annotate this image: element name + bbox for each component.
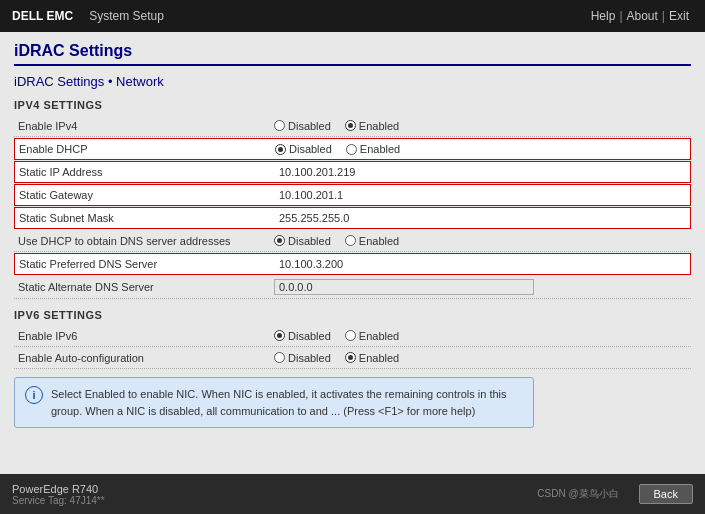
static-ip-row: Static IP Address: [14, 161, 691, 183]
exit-link[interactable]: Exit: [665, 9, 693, 23]
page-title: iDRAC Settings: [14, 42, 691, 66]
enable-ipv4-disabled[interactable]: Disabled: [274, 120, 331, 132]
topbar-left: DELL EMC System Setup: [12, 9, 164, 23]
auto-config-disabled[interactable]: Disabled: [274, 352, 331, 364]
enable-dhcp-enabled[interactable]: Enabled: [346, 143, 400, 155]
dhcp-dns-row: Use DHCP to obtain DNS server addresses …: [14, 230, 691, 252]
topbar-title: System Setup: [89, 9, 164, 23]
enable-ipv6-row: Enable IPv6 Disabled Enabled: [14, 325, 691, 347]
enable-ipv4-row: Enable IPv4 Disabled Enabled: [14, 115, 691, 137]
static-subnet-input[interactable]: [275, 211, 535, 225]
alternate-dns-input[interactable]: [274, 279, 534, 295]
brand-logo: DELL EMC: [12, 9, 73, 23]
auto-config-enabled[interactable]: Enabled: [345, 352, 399, 364]
section-subtitle: iDRAC Settings • Network: [14, 74, 691, 89]
preferred-dns-input[interactable]: [275, 257, 535, 271]
enable-dhcp-controls: Disabled Enabled: [275, 143, 535, 155]
enable-dhcp-row: Enable DHCP Disabled Enabled: [14, 138, 691, 160]
static-subnet-row: Static Subnet Mask: [14, 207, 691, 229]
about-link[interactable]: About: [623, 9, 662, 23]
help-link[interactable]: Help: [587, 9, 620, 23]
radio-circle-ipv6-enabled[interactable]: [345, 330, 356, 341]
dhcp-dns-label: Use DHCP to obtain DNS server addresses: [14, 235, 274, 247]
enable-ipv6-controls: Disabled Enabled: [274, 330, 534, 342]
enable-ipv6-enabled[interactable]: Enabled: [345, 330, 399, 342]
auto-config-label: Enable Auto-configuration: [14, 352, 274, 364]
info-box: i Select Enabled to enable NIC. When NIC…: [14, 377, 534, 428]
static-ip-label: Static IP Address: [15, 166, 275, 178]
enable-dhcp-disabled[interactable]: Disabled: [275, 143, 332, 155]
back-button[interactable]: Back: [639, 484, 693, 504]
static-gateway-label: Static Gateway: [15, 189, 275, 201]
dhcp-dns-disabled[interactable]: Disabled: [274, 235, 331, 247]
bottom-bar: PowerEdge R740 Service Tag: 47J14** CSDN…: [0, 474, 705, 514]
radio-circle-dhcpdns-disabled[interactable]: [274, 235, 285, 246]
enable-dhcp-label: Enable DHCP: [15, 143, 275, 155]
auto-config-controls: Disabled Enabled: [274, 352, 534, 364]
radio-circle[interactable]: [274, 120, 285, 131]
bottom-model: PowerEdge R740: [12, 483, 105, 495]
radio-circle-dhcp-disabled[interactable]: [275, 144, 286, 155]
preferred-dns-row: Static Preferred DNS Server: [14, 253, 691, 275]
static-subnet-label: Static Subnet Mask: [15, 212, 275, 224]
radio-circle-selected[interactable]: [345, 120, 356, 131]
static-gateway-input[interactable]: [275, 188, 535, 202]
bottom-detail: Service Tag: 47J14**: [12, 495, 105, 506]
info-icon: i: [25, 386, 43, 404]
main-content: iDRAC Settings iDRAC Settings • Network …: [0, 32, 705, 474]
info-text: Select Enabled to enable NIC. When NIC i…: [51, 386, 523, 419]
radio-circle-autoconfig-disabled[interactable]: [274, 352, 285, 363]
ipv6-heading: IPV6 SETTINGS: [14, 309, 691, 321]
auto-config-row: Enable Auto-configuration Disabled Enabl…: [14, 347, 691, 369]
enable-ipv6-label: Enable IPv6: [14, 330, 274, 342]
dhcp-dns-controls: Disabled Enabled: [274, 235, 534, 247]
ipv4-heading: IPV4 SETTINGS: [14, 99, 691, 111]
topbar: DELL EMC System Setup Help | About | Exi…: [0, 0, 705, 32]
enable-ipv4-enabled[interactable]: Enabled: [345, 120, 399, 132]
radio-circle-autoconfig-enabled[interactable]: [345, 352, 356, 363]
enable-ipv4-label: Enable IPv4: [14, 120, 274, 132]
watermark: CSDN @菜鸟小白: [537, 487, 618, 501]
static-ip-input[interactable]: [275, 165, 535, 179]
radio-circle-dhcp-enabled[interactable]: [346, 144, 357, 155]
radio-circle-dhcpdns-enabled[interactable]: [345, 235, 356, 246]
alternate-dns-label: Static Alternate DNS Server: [14, 281, 274, 293]
enable-ipv4-controls: Disabled Enabled: [274, 120, 534, 132]
bottom-left: PowerEdge R740 Service Tag: 47J14**: [12, 483, 105, 506]
preferred-dns-label: Static Preferred DNS Server: [15, 258, 275, 270]
alternate-dns-row: Static Alternate DNS Server: [14, 276, 691, 299]
radio-circle-ipv6-disabled[interactable]: [274, 330, 285, 341]
static-gateway-row: Static Gateway: [14, 184, 691, 206]
enable-ipv6-disabled[interactable]: Disabled: [274, 330, 331, 342]
dhcp-dns-enabled[interactable]: Enabled: [345, 235, 399, 247]
topbar-links: Help | About | Exit: [587, 9, 693, 23]
